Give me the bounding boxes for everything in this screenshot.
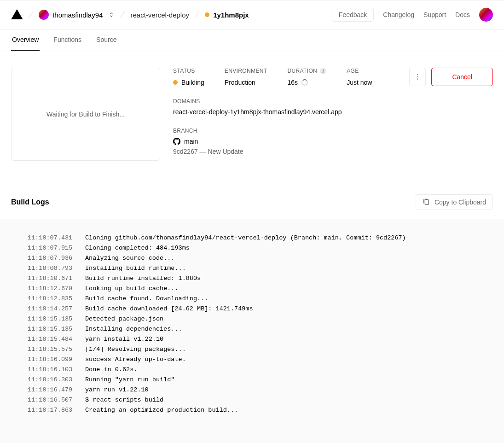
breadcrumb-slash-icon: / bbox=[194, 9, 201, 21]
duration-value: 16s bbox=[287, 79, 298, 86]
log-message: Detected package.json bbox=[85, 314, 163, 324]
nav-link-docs[interactable]: Docs bbox=[455, 11, 470, 18]
log-timestamp: 11:18:12.835 bbox=[28, 294, 76, 304]
build-logs-body: 11:18:07.431Cloning github.com/thomasfin… bbox=[0, 219, 504, 443]
log-line: 11:18:12.670Looking up build cache... bbox=[28, 284, 493, 294]
log-line: 11:18:15.135Detected package.json bbox=[28, 314, 493, 324]
log-message: Installing build runtime... bbox=[85, 263, 186, 274]
log-message: Running "yarn run build" bbox=[85, 375, 174, 385]
status-building-dot-icon bbox=[205, 12, 209, 17]
age-value: Just now bbox=[347, 79, 372, 86]
tab-overview[interactable]: Overview bbox=[11, 29, 40, 51]
log-line: 11:18:16.099success Already up-to-date. bbox=[28, 355, 493, 365]
meta-domains: DOMAINS react-vercel-deploy-1y1hm8pjx-th… bbox=[173, 98, 493, 116]
log-timestamp: 11:18:07.431 bbox=[28, 233, 76, 243]
status-label: STATUS bbox=[173, 68, 204, 74]
log-timestamp: 11:18:16.507 bbox=[28, 395, 76, 405]
log-message: [1/4] Resolving packages... bbox=[85, 344, 186, 355]
branch-label: BRANCH bbox=[173, 128, 493, 134]
domain-link[interactable]: react-vercel-deploy-1y1hm8pjx-thomasfind… bbox=[173, 108, 493, 116]
log-timestamp: 11:18:16.103 bbox=[28, 365, 76, 375]
clipboard-icon bbox=[423, 198, 430, 206]
breadcrumb-slash-icon: / bbox=[28, 9, 35, 21]
copy-clipboard-button[interactable]: Copy to Clipboard bbox=[416, 194, 493, 210]
log-message: yarn install v1.22.10 bbox=[85, 334, 163, 344]
log-line: 11:18:16.103Done in 0.62s. bbox=[28, 365, 493, 375]
log-message: Creating an optimized production build..… bbox=[85, 405, 238, 415]
tab-source[interactable]: Source bbox=[95, 29, 117, 51]
user-avatar-icon[interactable] bbox=[479, 8, 493, 22]
commit-message: New Update bbox=[208, 148, 243, 155]
log-timestamp: 11:18:16.303 bbox=[28, 375, 76, 385]
cancel-button[interactable]: Cancel bbox=[431, 68, 493, 86]
build-logs-header: Build Logs Copy to Clipboard bbox=[0, 185, 504, 219]
project-crumb[interactable]: react-vercel-deploy bbox=[130, 11, 189, 19]
log-message: Looking up build cache... bbox=[85, 284, 179, 294]
log-line: 11:18:12.835Build cache found. Downloadi… bbox=[28, 294, 493, 304]
build-logs-title: Build Logs bbox=[11, 198, 49, 206]
avatar-icon bbox=[39, 10, 49, 20]
info-icon[interactable]: i bbox=[320, 68, 326, 74]
feedback-button[interactable]: Feedback bbox=[332, 8, 374, 22]
deployment-crumb[interactable]: 1y1hm8pjx bbox=[205, 11, 249, 19]
log-timestamp: 11:18:15.135 bbox=[28, 314, 76, 324]
status-value: Building bbox=[181, 79, 204, 86]
log-message: success Already up-to-date. bbox=[85, 355, 186, 365]
header-bar: / thomasfindlay94 / react-vercel-deploy … bbox=[0, 0, 504, 29]
environment-value: Production bbox=[225, 79, 267, 86]
log-timestamp: 11:18:16.099 bbox=[28, 355, 76, 365]
log-timestamp: 11:18:07.915 bbox=[28, 243, 76, 253]
commit-row[interactable]: 9cd2267 — New Update bbox=[173, 148, 493, 155]
log-timestamp: 11:18:15.135 bbox=[28, 324, 76, 334]
log-timestamp: 11:18:15.484 bbox=[28, 334, 76, 344]
more-actions-button[interactable] bbox=[409, 68, 426, 86]
log-message: Done in 0.62s. bbox=[85, 365, 137, 375]
vercel-logo-icon[interactable] bbox=[11, 9, 23, 21]
log-message: Build cache downloaded [24.62 MB]: 1421.… bbox=[85, 304, 253, 314]
log-timestamp: 11:18:16.479 bbox=[28, 385, 76, 395]
log-timestamp: 11:18:14.257 bbox=[28, 304, 76, 314]
scope-owner-label: thomasfindlay94 bbox=[52, 11, 103, 19]
breadcrumb: / thomasfindlay94 / react-vercel-deploy … bbox=[11, 9, 249, 21]
log-line: 11:18:08.793Installing build runtime... bbox=[28, 263, 493, 274]
meta-environment: ENVIRONMENT Production bbox=[225, 68, 267, 86]
log-timestamp: 11:18:08.793 bbox=[28, 263, 76, 274]
log-line: 11:18:17.863Creating an optimized produc… bbox=[28, 405, 493, 415]
log-line: 11:18:16.507$ react-scripts build bbox=[28, 395, 493, 405]
log-line: 11:18:14.257Build cache downloaded [24.6… bbox=[28, 304, 493, 314]
log-timestamp: 11:18:17.863 bbox=[28, 405, 76, 415]
breadcrumb-slash-icon: / bbox=[119, 9, 126, 21]
svg-rect-3 bbox=[425, 200, 429, 205]
spinner-icon bbox=[301, 79, 308, 86]
svg-point-2 bbox=[417, 79, 418, 80]
meta-branch: BRANCH main 9cd2267 — New Update bbox=[173, 128, 493, 155]
log-line: 11:18:10.671Build runtime installed: 1.8… bbox=[28, 274, 493, 284]
meta-status: STATUS Building bbox=[173, 68, 204, 86]
subnav-tabs: Overview Functions Source bbox=[0, 29, 504, 51]
status-dot-icon bbox=[173, 80, 178, 85]
log-message: Analyzing source code... bbox=[85, 253, 174, 263]
nav-link-support[interactable]: Support bbox=[423, 11, 446, 18]
scope-crumb[interactable]: thomasfindlay94 bbox=[39, 10, 115, 20]
log-line: 11:18:07.915Cloning completed: 484.193ms bbox=[28, 243, 493, 253]
scope-switcher-icon[interactable] bbox=[108, 12, 115, 18]
tab-functions[interactable]: Functions bbox=[52, 29, 82, 51]
copy-clipboard-label: Copy to Clipboard bbox=[434, 198, 486, 206]
log-message: Cloning github.com/thomasfindlay94/react… bbox=[85, 233, 406, 243]
log-line: 11:18:15.575[1/4] Resolving packages... bbox=[28, 344, 493, 355]
log-message: yarn run v1.22.10 bbox=[85, 385, 149, 395]
header-right: Feedback Changelog Support Docs bbox=[332, 8, 493, 22]
svg-point-1 bbox=[417, 76, 418, 77]
duration-label: DURATION bbox=[287, 68, 317, 74]
log-timestamp: 11:18:10.671 bbox=[28, 274, 76, 284]
branch-name[interactable]: main bbox=[184, 138, 198, 145]
log-line: 11:18:07.431Cloning github.com/thomasfin… bbox=[28, 233, 493, 243]
age-label: AGE bbox=[347, 68, 372, 74]
github-icon bbox=[173, 138, 180, 145]
nav-link-changelog[interactable]: Changelog bbox=[383, 11, 414, 18]
log-timestamp: 11:18:07.936 bbox=[28, 253, 76, 263]
deployment-content: Waiting for Build to Finish... STATUS Bu… bbox=[0, 51, 504, 161]
log-timestamp: 11:18:15.575 bbox=[28, 344, 76, 355]
log-message: Build cache found. Downloading... bbox=[85, 294, 208, 304]
dots-vertical-icon bbox=[414, 73, 421, 81]
